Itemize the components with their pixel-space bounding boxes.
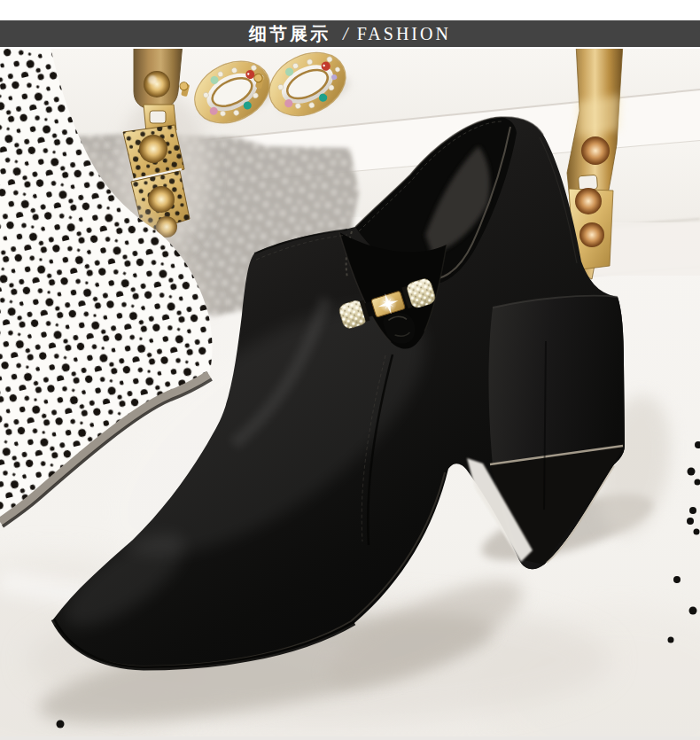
banner-separator: / bbox=[343, 24, 348, 44]
fabric-dot bbox=[689, 507, 696, 514]
fabric-dot bbox=[57, 721, 65, 728]
strap-rivet bbox=[579, 222, 604, 247]
fabric-dot bbox=[689, 607, 697, 615]
product-detail-page: 细节展示 / FASHION bbox=[0, 0, 700, 740]
strap-rivet bbox=[575, 188, 602, 214]
fabric-dot bbox=[688, 468, 696, 476]
bottom-strip bbox=[0, 736, 700, 740]
detail-banner: 细节展示 / FASHION bbox=[0, 20, 700, 47]
fabric-dot bbox=[668, 637, 674, 643]
product-photo bbox=[0, 49, 700, 736]
strap-rivet bbox=[581, 136, 610, 165]
banner-title-zh: 细节展示 bbox=[249, 22, 331, 46]
strap-rivet bbox=[144, 71, 170, 97]
fabric-dot bbox=[673, 576, 681, 583]
banner-title-en: FASHION bbox=[357, 24, 451, 44]
fabric-dot bbox=[694, 529, 700, 535]
fabric-dot bbox=[687, 518, 694, 525]
